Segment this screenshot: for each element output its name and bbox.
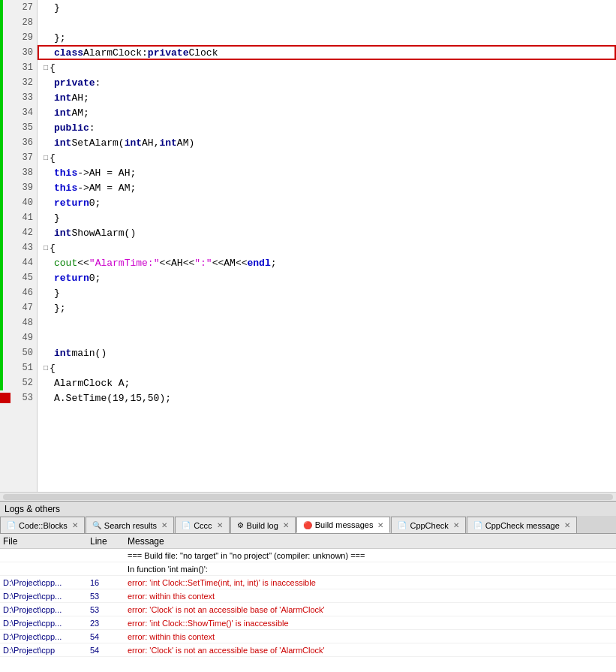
code-token: { bbox=[50, 363, 56, 374]
code-line: int AM; bbox=[38, 105, 616, 120]
code-line: } bbox=[38, 0, 616, 15]
msg-text: error: within this context bbox=[128, 592, 616, 601]
code-line: □{ bbox=[38, 60, 616, 75]
code-token: int bbox=[159, 137, 176, 149]
msg-text: error: within this context bbox=[128, 632, 616, 641]
green-bar bbox=[0, 240, 3, 255]
tab-buildlog[interactable]: ⚙Build log✕ bbox=[230, 517, 296, 533]
message-row[interactable]: D:\Project\cpp...23error: 'int Clock::Sh… bbox=[0, 616, 616, 630]
green-bar bbox=[0, 330, 3, 345]
message-row[interactable]: D:\Project\cpp...53error: within this co… bbox=[0, 589, 616, 603]
tab-close-cppcheck[interactable]: ✕ bbox=[453, 521, 459, 529]
tabs-row: 📄Code::Blocks✕🔍Search results✕📄Cccc✕⚙Bui… bbox=[0, 516, 616, 534]
col-header-line: Line bbox=[90, 536, 128, 547]
cppcheckmsg-tab-icon: 📄 bbox=[473, 521, 482, 529]
tab-cppcheckmsg[interactable]: 📄CppCheck message✕ bbox=[467, 517, 577, 533]
editor-scrollbar[interactable] bbox=[0, 492, 616, 501]
code-token: int bbox=[54, 107, 71, 119]
code-token: endl bbox=[247, 258, 270, 269]
tab-label-cppcheckmsg: CppCheck message bbox=[485, 521, 560, 530]
messages-body[interactable]: === Build file: "no target" in "no proje… bbox=[0, 549, 616, 665]
code-line: }; bbox=[38, 300, 616, 315]
message-row[interactable]: D:\Project\cpp...54error: within this co… bbox=[0, 630, 616, 643]
code-line: } bbox=[38, 285, 616, 300]
code-token: AH, bbox=[142, 137, 159, 149]
tab-cppcheck[interactable]: 📄CppCheck✕ bbox=[391, 517, 465, 533]
green-bar bbox=[0, 300, 3, 315]
line-number: 37 bbox=[0, 150, 37, 165]
green-bar bbox=[0, 0, 3, 15]
line-number: 47 bbox=[0, 300, 37, 315]
collapse-button[interactable]: □ bbox=[44, 154, 48, 162]
code-line: □ { bbox=[38, 150, 616, 165]
code-line: this->AM = AM; bbox=[38, 180, 616, 195]
msg-text: error: 'Clock' is not an accessible base… bbox=[128, 646, 616, 655]
search-tab-icon: 🔍 bbox=[92, 521, 101, 529]
buildmsg-tab-icon: 🔴 bbox=[303, 521, 312, 529]
tab-close-cccc[interactable]: ✕ bbox=[217, 521, 223, 529]
tab-close-search[interactable]: ✕ bbox=[161, 521, 167, 529]
tab-label-buildlog: Build log bbox=[247, 521, 278, 530]
line-number: 51 bbox=[0, 360, 37, 375]
code-line: return 0; bbox=[38, 195, 616, 210]
line-number: 30 bbox=[0, 45, 37, 60]
tab-search[interactable]: 🔍Search results✕ bbox=[86, 517, 174, 533]
code-token: ":" bbox=[194, 258, 212, 269]
collapse-button[interactable]: □ bbox=[44, 244, 48, 252]
scrollbar-track[interactable] bbox=[3, 494, 613, 500]
code-token: } bbox=[54, 2, 60, 14]
line-number: 31 bbox=[0, 60, 37, 75]
line-number: 33 bbox=[0, 90, 37, 105]
collapse-button[interactable]: □ bbox=[44, 64, 48, 72]
message-row[interactable]: === Build file: "no target" in "no proje… bbox=[0, 549, 616, 562]
code-line: return 0; bbox=[38, 270, 616, 285]
code-line: □ { bbox=[38, 240, 616, 255]
tab-close-buildmsg[interactable]: ✕ bbox=[377, 521, 383, 529]
code-token: SetAlarm( bbox=[71, 137, 124, 149]
tab-close-cppcheckmsg[interactable]: ✕ bbox=[564, 521, 570, 529]
line-number: 27 bbox=[0, 0, 37, 15]
code-token: public bbox=[54, 122, 89, 134]
collapse-button[interactable]: □ bbox=[44, 364, 48, 372]
message-row[interactable]: D:\Project\cpp...16error: 'int Clock::Se… bbox=[0, 576, 616, 589]
tab-close-buildlog[interactable]: ✕ bbox=[283, 521, 289, 529]
msg-text: error: 'Clock' is not an accessible base… bbox=[128, 605, 616, 614]
code-token: << bbox=[77, 258, 89, 269]
line-number: 46 bbox=[0, 285, 37, 300]
tab-label-codeblocks: Code::Blocks bbox=[19, 521, 68, 530]
code-line: int main() bbox=[38, 345, 616, 360]
tab-close-codeblocks[interactable]: ✕ bbox=[72, 521, 78, 529]
tab-codeblocks[interactable]: 📄Code::Blocks✕ bbox=[0, 517, 85, 533]
code-line: A.SetTime(19,15,50); bbox=[38, 390, 616, 405]
code-token: "AlarmTime:" bbox=[89, 258, 160, 269]
msg-line: 54 bbox=[90, 632, 128, 641]
tab-label-cppcheck: CppCheck bbox=[410, 521, 448, 530]
line-number: 29 bbox=[0, 30, 37, 45]
green-bar bbox=[0, 135, 3, 150]
code-token: cout bbox=[54, 258, 77, 269]
cccc-tab-icon: 📄 bbox=[182, 521, 191, 529]
code-content[interactable]: } };class AlarmClock:private Clock□{ pri… bbox=[38, 0, 616, 492]
code-token: AH; bbox=[71, 92, 89, 104]
code-token: A.SetTime(19,15,50); bbox=[54, 393, 171, 404]
code-token: : bbox=[95, 77, 101, 89]
code-token: this bbox=[54, 182, 77, 194]
tab-label-buildmsg: Build messages bbox=[315, 520, 374, 529]
message-row[interactable]: D:\Project\cpp54error: 'Clock' is not an… bbox=[0, 643, 616, 657]
msg-file: D:\Project\cpp... bbox=[0, 605, 90, 614]
code-token: return bbox=[54, 273, 89, 284]
message-row[interactable]: In function 'int main()': bbox=[0, 562, 616, 576]
line-number: 43 bbox=[0, 240, 37, 255]
green-bar bbox=[0, 150, 3, 165]
line-number: 52 bbox=[0, 375, 37, 390]
cppcheck-tab-icon: 📄 bbox=[398, 521, 407, 529]
code-token: 0; bbox=[89, 197, 101, 209]
message-row[interactable]: D:\Project\cpp...53error: 'Clock' is not… bbox=[0, 603, 616, 616]
code-line: □ { bbox=[38, 360, 616, 375]
tab-label-cccc: Cccc bbox=[194, 521, 212, 530]
green-bar bbox=[0, 30, 3, 45]
tab-cccc[interactable]: 📄Cccc✕ bbox=[175, 517, 229, 533]
logs-header: Logs & others bbox=[0, 501, 616, 516]
tab-buildmsg[interactable]: 🔴Build messages✕ bbox=[296, 517, 391, 533]
green-bar bbox=[0, 360, 3, 375]
